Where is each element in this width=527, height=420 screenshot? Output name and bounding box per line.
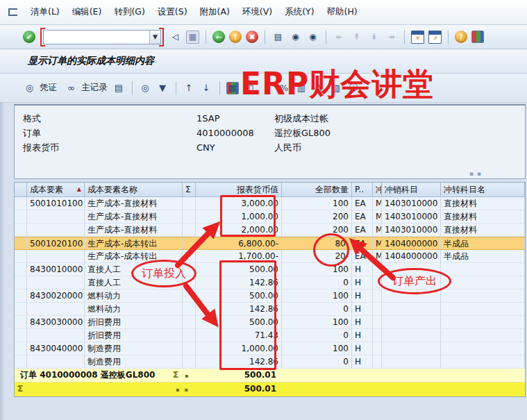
cell-val: 71.43 bbox=[196, 329, 282, 342]
menu-item-3[interactable]: 转到(G) bbox=[108, 4, 151, 20]
command-field[interactable] bbox=[44, 32, 149, 42]
cell-qty: 200 bbox=[282, 224, 352, 236]
cell-val: 500.00 bbox=[196, 316, 282, 328]
col-header-rv[interactable]: 冲销 bbox=[373, 183, 382, 196]
table-row[interactable]: 制造费用142.860H bbox=[15, 355, 525, 369]
exit-icon[interactable]: ↑ bbox=[229, 31, 242, 43]
col-header-acct[interactable]: 冲销科目 bbox=[382, 183, 441, 196]
table-row[interactable]: 燃料动力142.860H bbox=[15, 303, 525, 316]
menu-item-2[interactable]: 编辑(E) bbox=[66, 4, 108, 20]
grand-total-row[interactable]: Σ▪ ▪500.01 bbox=[15, 383, 525, 396]
cell-acctname bbox=[441, 316, 525, 328]
col-header-sig[interactable]: Σ bbox=[183, 183, 196, 196]
cell-uom: H bbox=[352, 303, 373, 315]
col-header-ce[interactable]: 成本要素▲ bbox=[27, 183, 85, 196]
table-header-row: 成本要素▲成本要素名称Σ报表货币值全部数量P..冲销冲销科目冲转科目名 bbox=[15, 183, 525, 197]
cell-uom: H bbox=[352, 276, 373, 289]
cell-sel bbox=[15, 303, 27, 315]
cancel-icon[interactable]: ✖ bbox=[246, 31, 258, 43]
cell-acct bbox=[382, 329, 441, 342]
find-next-icon[interactable]: ◉ bbox=[306, 31, 319, 44]
previous-page-icon[interactable]: ↟ bbox=[350, 31, 363, 44]
toolbar-separator bbox=[219, 81, 220, 95]
cell-acctname: 直接材料 bbox=[441, 224, 525, 236]
print-icon[interactable]: ▤ bbox=[271, 31, 285, 44]
document-button[interactable]: ◎凭证 bbox=[21, 81, 57, 94]
cell-sig bbox=[183, 355, 196, 368]
cell-sel bbox=[15, 197, 27, 210]
menu-item-7[interactable]: 系统(Y) bbox=[278, 4, 320, 20]
col-header-acctname[interactable]: 冲转科目名 bbox=[441, 183, 525, 196]
col-header-val[interactable]: 报表货币值 bbox=[196, 183, 282, 196]
col-header-sel[interactable] bbox=[15, 183, 27, 196]
sum-level-icon: Σ bbox=[173, 369, 178, 382]
sort-asc-icon[interactable]: ↑ bbox=[183, 81, 196, 94]
help-icon[interactable]: ? bbox=[455, 31, 467, 43]
find-icon[interactable]: ◉ bbox=[289, 31, 302, 44]
master-record-button[interactable]: ∞主记录 bbox=[62, 81, 108, 94]
subtotal-row[interactable]: 订单 4010000008 遥控板GL800Σ▪500.01 bbox=[15, 369, 525, 383]
col-header-qty[interactable]: 全部数量 bbox=[282, 183, 352, 196]
command-dropdown-icon[interactable]: ▼ bbox=[149, 31, 160, 44]
detail-icon[interactable]: ◎ bbox=[139, 81, 152, 94]
table-row[interactable]: 生产成本-直接材料2,000.00200EAM1403010000直接材料 bbox=[15, 224, 525, 237]
menu-item-8[interactable]: 帮助(H) bbox=[321, 4, 364, 20]
cell-sig bbox=[183, 237, 196, 249]
cell-acct: 1403010000 bbox=[382, 210, 441, 223]
table-row[interactable]: 生产成本-成本转出1,700.00-20-EAM1404000000半成品 bbox=[15, 250, 525, 263]
last-page-icon[interactable]: ↠ bbox=[385, 31, 398, 44]
table-row[interactable]: 生产成本-直接材料1,000.00200EAM1403010000直接材料 bbox=[15, 210, 525, 224]
toolbar-separator bbox=[132, 81, 133, 95]
layout-grid-icon[interactable]: ▦ bbox=[226, 82, 239, 94]
cell-name: 直接人工 bbox=[85, 276, 183, 289]
menu-item-5[interactable]: 附加(A) bbox=[194, 4, 236, 20]
cell-name: 制造费用 bbox=[85, 342, 183, 355]
customize-layout-icon[interactable]: ▦ bbox=[471, 31, 484, 43]
menu-item-4[interactable]: 设置(S) bbox=[151, 4, 194, 20]
cell-acctname bbox=[441, 355, 525, 368]
cell-qty: 100 bbox=[282, 263, 352, 276]
protocol-icon[interactable]: ▤ bbox=[112, 81, 126, 94]
table-row[interactable]: 5001010100生产成本-直接材料3,000.00100EAM1403010… bbox=[15, 197, 525, 210]
table-row[interactable]: 8430040000制造费用1,000.00100H bbox=[15, 342, 525, 355]
next-page-icon[interactable]: ↡ bbox=[367, 31, 380, 44]
master-record-button-label: 主记录 bbox=[81, 82, 108, 94]
cell-acctname bbox=[441, 276, 525, 289]
col-header-rv-label: 冲销 bbox=[376, 183, 382, 196]
enter-icon[interactable]: ✔ bbox=[23, 31, 35, 43]
back-icon[interactable]: ← bbox=[212, 31, 225, 43]
cell-qty: 80- bbox=[282, 237, 352, 249]
toolbar-separator bbox=[448, 30, 449, 44]
filter-icon[interactable]: ▼ bbox=[156, 81, 169, 94]
sort-desc-icon[interactable]: ↓ bbox=[200, 81, 213, 94]
header-report-currency-description: 人民币 bbox=[274, 140, 301, 155]
window-menu-icon[interactable] bbox=[8, 8, 17, 16]
menu-item-1[interactable]: 清单(L) bbox=[24, 4, 66, 20]
back-page-icon[interactable]: ◁ bbox=[169, 31, 182, 44]
cell-uom: H bbox=[352, 263, 373, 276]
header-report-currency-value: CNY bbox=[196, 140, 215, 155]
table-row[interactable]: 8430020000燃料动力500.00100H bbox=[15, 289, 525, 303]
cell-name: 燃料动力 bbox=[85, 303, 183, 315]
table-totals: 订单 4010000008 遥控板GL800Σ▪500.01Σ▪ ▪500.01 bbox=[15, 369, 525, 396]
first-page-icon[interactable]: ↞ bbox=[333, 31, 346, 44]
table-row[interactable]: 直接人工142.860H bbox=[15, 276, 525, 289]
panel-resize-grip[interactable]: ▪ ▪ bbox=[469, 170, 482, 177]
toolbar-separator bbox=[176, 81, 176, 95]
table-row[interactable]: 折旧费用71.430H bbox=[15, 329, 525, 342]
save-icon[interactable]: ▦ bbox=[186, 31, 199, 44]
table-row[interactable]: 8430030000折旧费用500.00100H bbox=[15, 316, 525, 329]
shortcut-icon[interactable]: ↗ bbox=[428, 31, 442, 44]
table-row[interactable]: 5001020100生产成本-成本转出6,800.00-80-EAM140400… bbox=[15, 237, 525, 250]
cell-sel bbox=[15, 224, 27, 236]
new-session-icon[interactable]: ✳ bbox=[411, 31, 424, 44]
sum-level-icon: Σ bbox=[17, 383, 23, 396]
menu-item-6[interactable]: 环境(V) bbox=[236, 4, 278, 20]
command-field-wrap: ▼ bbox=[43, 30, 161, 44]
col-header-uom[interactable]: P.. bbox=[352, 183, 373, 196]
report-header-panel: 格式1SAP初级成本过帐订单4010000008遥控板GL800报表货币CNY人… bbox=[14, 104, 526, 179]
table-row[interactable]: 8430010000直接人工500.00100H bbox=[15, 263, 525, 276]
cell-rv bbox=[373, 276, 382, 289]
col-header-name[interactable]: 成本要素名称 bbox=[85, 183, 183, 196]
cell-sel bbox=[15, 250, 27, 262]
